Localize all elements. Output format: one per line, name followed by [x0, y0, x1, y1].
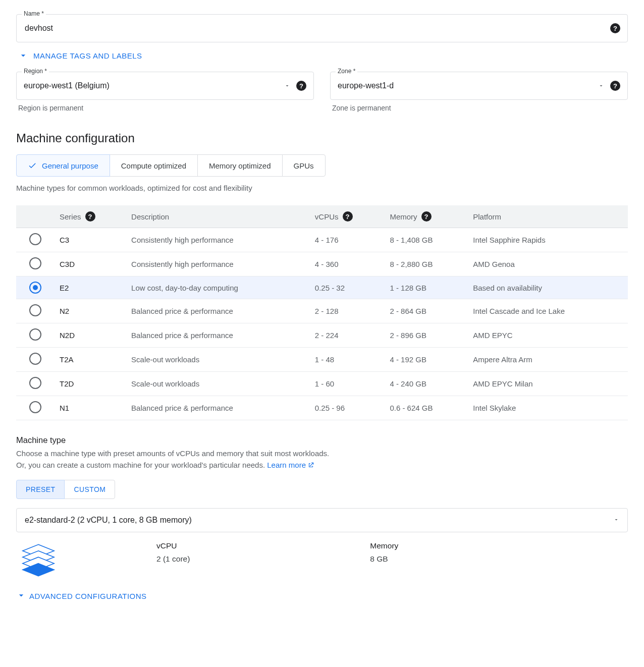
- series-name: N2D: [55, 323, 126, 348]
- series-name: N2: [55, 299, 126, 323]
- series-memory: 8 - 2,880 GB: [385, 252, 468, 276]
- series-radio[interactable]: [16, 323, 55, 348]
- memory-label: Memory: [370, 541, 628, 550]
- series-radio[interactable]: [16, 252, 55, 276]
- table-row[interactable]: T2AScale-out workloads1 - 484 - 192 GBAm…: [16, 348, 628, 372]
- series-platform: AMD Genoa: [468, 252, 628, 276]
- table-row[interactable]: C3Consistently high performance4 - 1768 …: [16, 228, 628, 252]
- help-icon[interactable]: ?: [610, 81, 620, 91]
- tab-memory-optimized[interactable]: Memory optimized: [197, 154, 283, 177]
- machine-category-tabs: General purpose Compute optimized Memory…: [16, 154, 628, 177]
- stack-icon: [16, 541, 61, 581]
- series-name: T2D: [55, 372, 126, 396]
- series-radio[interactable]: [16, 372, 55, 396]
- external-link-icon: [306, 461, 314, 469]
- help-icon[interactable]: ?: [85, 211, 95, 221]
- region-select[interactable]: Region europe-west1 (Belgium) ?: [16, 72, 314, 100]
- series-vcpus: 1 - 60: [310, 372, 385, 396]
- table-row[interactable]: N2Balanced price & performance2 - 1282 -…: [16, 299, 628, 323]
- dropdown-icon: [284, 83, 290, 89]
- series-radio[interactable]: [16, 276, 55, 299]
- series-name: T2A: [55, 348, 126, 372]
- name-field[interactable]: Name ?: [16, 14, 628, 42]
- table-row[interactable]: T2DScale-out workloads1 - 604 - 240 GBAM…: [16, 372, 628, 396]
- series-memory: 1 - 128 GB: [385, 276, 468, 299]
- series-platform: Intel Skylake: [468, 396, 628, 420]
- series-memory: 2 - 896 GB: [385, 323, 468, 348]
- manage-tags-label: MANAGE TAGS AND LABELS: [33, 51, 142, 60]
- help-icon[interactable]: ?: [343, 211, 353, 221]
- region-value: europe-west1 (Belgium): [24, 81, 284, 90]
- vcpu-value: 2 (1 core): [156, 554, 370, 564]
- table-row[interactable]: N1Balanced price & performance0.25 - 960…: [16, 396, 628, 420]
- series-vcpus: 4 - 176: [310, 228, 385, 252]
- zone-select[interactable]: Zone europe-west1-d ?: [330, 72, 628, 100]
- help-icon[interactable]: ?: [610, 23, 620, 33]
- series-description: Scale-out workloads: [126, 348, 310, 372]
- machine-type-description: Choose a machine type with preset amount…: [16, 448, 628, 471]
- series-table: Series ? Description vCPUs ? Memory ?: [16, 205, 628, 420]
- advanced-label: ADVANCED CONFIGURATIONS: [29, 593, 147, 599]
- series-radio[interactable]: [16, 348, 55, 372]
- memory-value: 8 GB: [370, 554, 628, 564]
- series-platform: Ampere Altra Arm: [468, 348, 628, 372]
- vcpu-label: vCPU: [156, 541, 370, 550]
- tab-general-purpose[interactable]: General purpose: [16, 154, 110, 177]
- name-label: Name: [22, 10, 46, 17]
- series-platform: AMD EPYC: [468, 323, 628, 348]
- series-platform: Intel Sapphire Rapids: [468, 228, 628, 252]
- series-memory: 2 - 864 GB: [385, 299, 468, 323]
- chevron-down-icon: [18, 50, 28, 61]
- description-header: Description: [126, 205, 310, 228]
- machine-type-heading: Machine type: [16, 435, 628, 445]
- name-input[interactable]: [24, 23, 610, 33]
- series-description: Balanced price & performance: [126, 396, 310, 420]
- series-name: C3: [55, 228, 126, 252]
- machine-type-summary: vCPU 2 (1 core) Memory 8 GB: [16, 541, 628, 581]
- zone-label: Zone: [336, 68, 357, 75]
- series-platform: AMD EPYC Milan: [468, 372, 628, 396]
- table-row[interactable]: N2DBalanced price & performance2 - 2242 …: [16, 323, 628, 348]
- series-radio[interactable]: [16, 299, 55, 323]
- advanced-configurations-toggle[interactable]: ADVANCED CONFIGURATIONS: [16, 593, 628, 599]
- series-vcpus: 4 - 360: [310, 252, 385, 276]
- machine-type-value: e2-standard-2 (2 vCPU, 1 core, 8 GB memo…: [25, 516, 192, 525]
- manage-tags-toggle[interactable]: MANAGE TAGS AND LABELS: [18, 50, 628, 61]
- help-icon[interactable]: ?: [421, 211, 432, 221]
- memory-header: Memory ?: [385, 205, 468, 228]
- chevron-down-icon: [16, 593, 26, 599]
- preset-button[interactable]: PRESET: [16, 480, 65, 499]
- series-description: Consistently high performance: [126, 252, 310, 276]
- table-row[interactable]: E2Low cost, day-to-day computing0.25 - 3…: [16, 276, 628, 299]
- help-icon[interactable]: ?: [296, 81, 306, 91]
- region-label: Region: [22, 68, 49, 75]
- series-vcpus: 2 - 224: [310, 323, 385, 348]
- series-memory: 4 - 192 GB: [385, 348, 468, 372]
- zone-value: europe-west1-d: [338, 81, 598, 90]
- series-vcpus: 1 - 48: [310, 348, 385, 372]
- series-description: Scale-out workloads: [126, 372, 310, 396]
- tab-description: Machine types for common workloads, opti…: [16, 184, 628, 192]
- tab-compute-optimized[interactable]: Compute optimized: [110, 154, 198, 177]
- dropdown-icon: [598, 83, 604, 89]
- check-icon: [28, 161, 37, 170]
- series-name: N1: [55, 396, 126, 420]
- series-vcpus: 2 - 128: [310, 299, 385, 323]
- machine-type-select[interactable]: e2-standard-2 (2 vCPU, 1 core, 8 GB memo…: [16, 508, 628, 532]
- zone-helper: Zone is permanent: [332, 104, 626, 112]
- series-radio[interactable]: [16, 396, 55, 420]
- series-name: E2: [55, 276, 126, 299]
- series-memory: 8 - 1,408 GB: [385, 228, 468, 252]
- tab-label: General purpose: [42, 161, 98, 170]
- region-helper: Region is permanent: [18, 104, 312, 112]
- series-header: Series ?: [55, 205, 126, 228]
- table-row[interactable]: C3DConsistently high performance4 - 3608…: [16, 252, 628, 276]
- learn-more-link[interactable]: Learn more: [267, 461, 314, 469]
- series-description: Balanced price & performance: [126, 323, 310, 348]
- tab-label: GPUs: [294, 161, 314, 170]
- tab-gpus[interactable]: GPUs: [282, 154, 326, 177]
- series-vcpus: 0.25 - 32: [310, 276, 385, 299]
- series-radio[interactable]: [16, 228, 55, 252]
- machine-config-heading: Machine configuration: [16, 131, 628, 145]
- custom-button[interactable]: CUSTOM: [64, 480, 115, 499]
